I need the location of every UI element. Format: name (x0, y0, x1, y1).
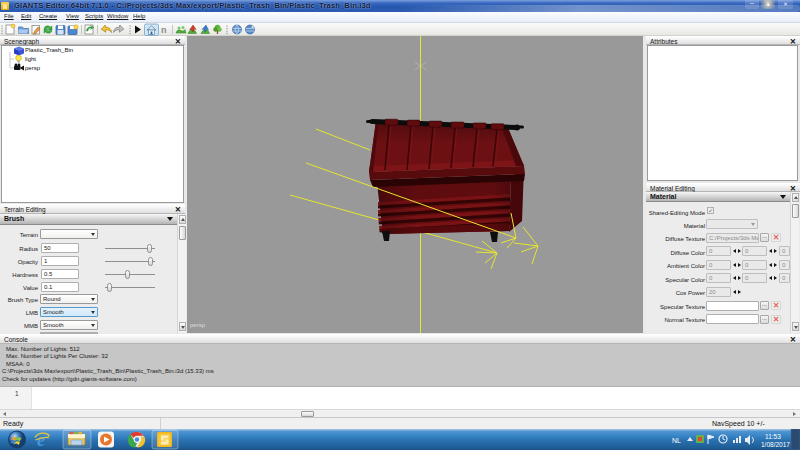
svg-text:1/08/2017: 1/08/2017 (761, 441, 790, 448)
svg-text:NL: NL (672, 437, 681, 444)
svg-text:n: n (161, 25, 167, 35)
svg-text:11:53: 11:53 (765, 433, 781, 440)
